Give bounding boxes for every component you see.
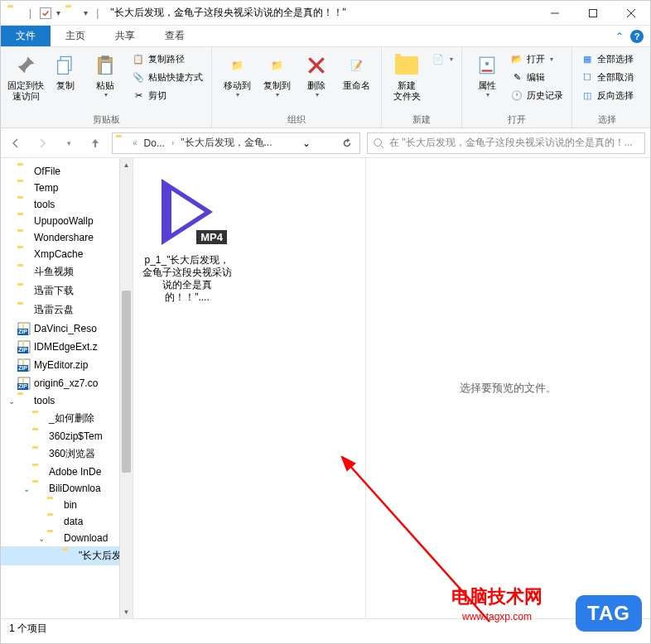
tab-share[interactable]: 共享 xyxy=(100,26,150,46)
folder-icon xyxy=(32,449,46,460)
copy-button[interactable]: 复制 xyxy=(47,50,84,93)
selectnone-icon: ☐ xyxy=(581,70,594,84)
recent-dropdown-icon[interactable]: ▾ xyxy=(59,133,79,153)
nav-tree[interactable]: OfFileTemptoolsUpupooWallpWondershareXmp… xyxy=(1,158,133,618)
scroll-down-icon[interactable]: ▼ xyxy=(120,605,133,618)
tree-item[interactable]: OfFile xyxy=(1,163,133,180)
close-button[interactable] xyxy=(612,1,650,26)
new-group-label: 新建 xyxy=(388,112,455,126)
tree-item[interactable]: Adobe InDe xyxy=(1,464,133,480)
tree-item[interactable]: ⌄tools xyxy=(1,392,133,409)
folder-icon xyxy=(32,430,46,442)
tree-item[interactable]: 360zip$Tem xyxy=(1,428,133,445)
breadcrumb-1[interactable]: Do... xyxy=(141,137,168,149)
tab-file[interactable]: 文件 xyxy=(1,26,51,46)
watermark-text: 电脑技术网 www.tagxp.com xyxy=(451,587,542,627)
search-input[interactable]: 在 "长大后发现，金龟子这段央视采访说的全是真的！... xyxy=(367,132,645,154)
maximize-button[interactable] xyxy=(574,1,612,26)
tree-item[interactable]: data xyxy=(1,513,133,530)
pin-icon xyxy=(12,52,39,79)
title-bar: | ▾ ▾ | "长大后发现，金龟子这段央视采访说的全是真的！！" xyxy=(1,1,650,26)
move-to-button[interactable]: 📁移动到▾ xyxy=(219,50,255,100)
folder-icon xyxy=(47,516,60,527)
up-button[interactable] xyxy=(85,133,105,153)
qat-dropdown-icon[interactable]: ▾ xyxy=(56,8,60,17)
file-list[interactable]: MP4 p_1_"长大后发现，金龟子这段央视采访说的全是真的！！".... xyxy=(133,158,365,618)
paste-dd-icon[interactable]: ▾ xyxy=(104,91,108,99)
tree-item[interactable]: 迅雷云盘 xyxy=(1,300,133,320)
tree-item[interactable]: ZIPorigin6_xz7.co xyxy=(1,374,133,392)
invert-sel-button[interactable]: ◫反向选择 xyxy=(579,87,635,103)
folder-icon xyxy=(17,182,31,194)
refresh-button[interactable] xyxy=(338,134,356,152)
forward-button[interactable] xyxy=(32,133,52,153)
tree-label: OfFile xyxy=(34,166,60,177)
qat-checkbox[interactable] xyxy=(40,7,51,19)
tree-item[interactable]: 斗鱼视频 xyxy=(1,262,133,281)
tree-label: Wondershare xyxy=(34,232,94,243)
tree-label: origin6_xz7.co xyxy=(34,377,98,389)
rename-button[interactable]: 📝重命名 xyxy=(338,50,374,93)
new-item-button[interactable]: 📄▾ xyxy=(430,50,455,67)
tree-item[interactable]: _如何删除 xyxy=(1,409,133,428)
tab-home[interactable]: 主页 xyxy=(51,26,100,46)
breadcrumb-2[interactable]: "长大后发现，金龟... xyxy=(177,136,275,150)
chevron-right-icon[interactable]: › xyxy=(171,138,174,147)
help-icon[interactable]: ? xyxy=(630,30,644,43)
tree-item[interactable]: ZIPMyEditor.zip xyxy=(1,356,133,374)
tree-item[interactable]: tools xyxy=(1,196,133,213)
back-button[interactable] xyxy=(6,133,26,153)
expand-icon[interactable]: ⌄ xyxy=(37,534,46,543)
sidebar-scrollbar[interactable]: ▲ ▼ xyxy=(119,158,133,618)
scroll-thumb[interactable] xyxy=(122,291,131,473)
expand-icon[interactable]: ⌄ xyxy=(22,484,31,493)
pin-button[interactable]: 固定到快 速访问 xyxy=(7,50,44,103)
cut-button[interactable]: ✂剪切 xyxy=(130,87,205,103)
paste-shortcut-button[interactable]: 📎粘贴快捷方式 xyxy=(130,69,205,85)
tree-label: 360浏览器 xyxy=(49,447,95,461)
address-bar[interactable]: « Do... › "长大后发现，金龟... ⌄ xyxy=(112,132,360,154)
new-folder-button[interactable]: 新建 文件夹 xyxy=(388,50,425,103)
tree-item[interactable]: "长大后发 xyxy=(1,546,133,565)
zip-icon: ZIP xyxy=(17,340,31,353)
expand-icon[interactable]: ⌄ xyxy=(7,396,16,406)
select-all-button[interactable]: ▦全部选择 xyxy=(579,50,635,67)
tree-item[interactable]: XmpCache xyxy=(1,246,133,262)
tree-label: 迅雷下载 xyxy=(34,284,74,298)
history-button[interactable]: 🕐历史记录 xyxy=(509,87,565,103)
minimize-button[interactable] xyxy=(536,1,574,26)
ribbon-collapse-icon[interactable]: ⌃ xyxy=(615,31,624,42)
qat-folder-dd-icon[interactable]: ▾ xyxy=(84,8,88,17)
tree-item[interactable]: bin xyxy=(1,497,133,513)
file-name: p_1_"长大后发现，金龟子这段央视采访说的全是真的！！".... xyxy=(142,254,233,304)
tree-item[interactable]: Temp xyxy=(1,180,133,196)
tree-item[interactable]: ZIPIDMEdgeExt.z xyxy=(1,338,133,356)
chevron-icon[interactable]: « xyxy=(133,138,137,147)
tree-item[interactable]: ⌄Download xyxy=(1,530,133,546)
copy-path-button[interactable]: 📋复制路径 xyxy=(130,50,205,67)
tree-item[interactable]: Wondershare xyxy=(1,229,133,246)
qat-folder-icon[interactable] xyxy=(65,7,79,19)
addr-dropdown-icon[interactable]: ⌄ xyxy=(297,134,316,152)
scroll-up-icon[interactable]: ▲ xyxy=(120,158,133,171)
folder-icon xyxy=(62,550,75,562)
open-button[interactable]: 📂打开▾ xyxy=(509,50,565,67)
properties-button[interactable]: 属性▾ xyxy=(469,50,505,100)
tree-item[interactable]: 迅雷下载 xyxy=(1,281,133,300)
folder-icon xyxy=(32,413,46,425)
copy-to-button[interactable]: 📁复制到▾ xyxy=(258,50,295,100)
tree-item[interactable]: ⌄BiliDownloa xyxy=(1,480,133,497)
folder-icon xyxy=(17,248,31,260)
edit-button[interactable]: ✎编辑 xyxy=(509,69,565,85)
tree-item[interactable]: UpupooWallp xyxy=(1,213,133,229)
file-item[interactable]: MP4 p_1_"长大后发现，金龟子这段央视采访说的全是真的！！".... xyxy=(142,175,233,304)
tab-view[interactable]: 查看 xyxy=(150,26,200,46)
delete-button[interactable]: 删除▾ xyxy=(298,50,335,100)
svg-rect-1 xyxy=(590,9,597,17)
select-none-button[interactable]: ☐全部取消 xyxy=(579,69,635,85)
paste-button[interactable]: 粘贴 ▾ xyxy=(87,50,123,100)
folder-icon xyxy=(17,286,31,297)
tree-item[interactable]: ZIPDaVinci_Reso xyxy=(1,320,133,338)
tree-item[interactable]: 360浏览器 xyxy=(1,445,133,464)
ribbon-tabs: 文件 主页 共享 查看 ⌃ ? xyxy=(1,26,650,47)
